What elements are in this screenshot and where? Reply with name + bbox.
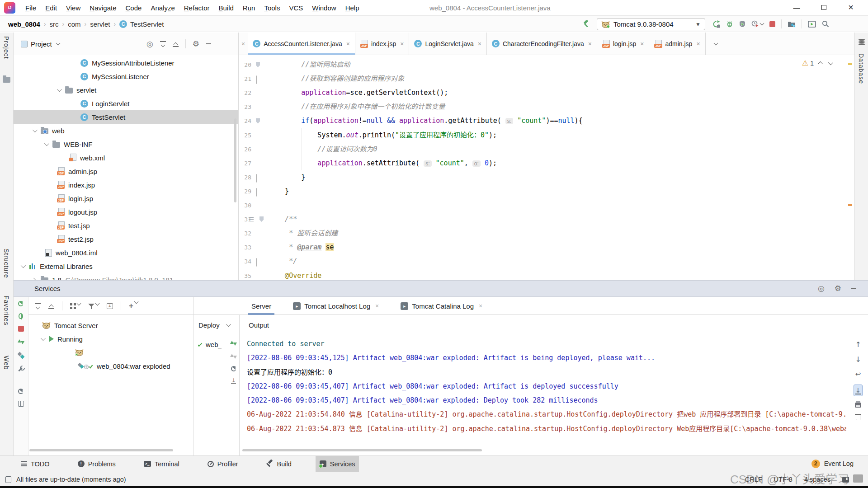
fold-closed-icon[interactable] <box>256 258 257 267</box>
stop-icon[interactable] <box>769 21 775 27</box>
clear-icon[interactable] <box>856 415 860 420</box>
soft-wrap-icon[interactable] <box>855 370 861 378</box>
stripe-project-button[interactable]: Project <box>3 36 10 59</box>
deploy-all-icon[interactable] <box>18 338 24 345</box>
project-tree-item[interactable]: index.jsp <box>14 178 238 192</box>
toolwindow-button-todo[interactable]: TODO <box>17 456 54 472</box>
project-tree-item[interactable]: CTestServlet <box>14 110 238 124</box>
update-application-icon[interactable] <box>231 378 236 384</box>
editor-tab[interactable]: CCharacterEncodingFilter.java× <box>487 33 597 55</box>
deploy-icon[interactable] <box>230 340 237 347</box>
chevron-down-icon[interactable] <box>57 87 62 92</box>
project-tree-item[interactable]: CMySessionListener <box>14 70 238 83</box>
layout-icon[interactable] <box>18 401 24 407</box>
breadcrumb-item[interactable]: com <box>68 20 80 28</box>
close-icon[interactable]: × <box>346 40 350 47</box>
toolwindow-button-profiler[interactable]: Profiler <box>203 456 242 472</box>
chevron-down-icon[interactable] <box>21 263 26 268</box>
toolwindow-button-terminal[interactable]: Terminal <box>140 456 184 472</box>
services-tab[interactable]: Tomcat Localhost Log× <box>288 297 384 315</box>
services-tree[interactable]: Tomcat ServerRunningTomcat 9.0.38-0804[l… <box>28 315 193 455</box>
project-tree-item[interactable]: admin.jsp <box>14 164 238 178</box>
menu-item-navigate[interactable]: Navigate <box>85 0 121 16</box>
target-icon[interactable] <box>146 39 153 49</box>
build-hammer-icon[interactable] <box>582 20 590 28</box>
chevron-down-icon[interactable] <box>56 41 60 46</box>
editor-tab[interactable]: CAccessCounterListener.java× <box>248 33 355 55</box>
project-panel-title[interactable]: Project <box>31 40 52 48</box>
project-tree-item[interactable]: test2.jsp <box>14 232 238 246</box>
stop-icon[interactable] <box>18 326 24 332</box>
breadcrumb-item[interactable]: servlet <box>90 20 110 28</box>
expand-all-icon[interactable] <box>160 41 166 47</box>
menu-item-refactor[interactable]: Refactor <box>179 0 214 16</box>
fold-closed-icon[interactable] <box>256 75 257 84</box>
rerun-icon[interactable] <box>18 301 24 306</box>
maximize-window-icon[interactable] <box>810 0 837 16</box>
project-tree-item[interactable]: login.jsp <box>14 192 238 205</box>
menu-item-vcs[interactable]: VCS <box>284 0 307 16</box>
group-by-button[interactable] <box>70 303 80 309</box>
menu-item-build[interactable]: Build <box>214 0 238 16</box>
menu-item-help[interactable]: Help <box>341 0 364 16</box>
close-icon[interactable]: × <box>640 40 644 47</box>
target-icon[interactable] <box>818 284 825 293</box>
breadcrumb-item[interactable]: TestServlet <box>130 20 164 28</box>
rerun-nav-icon[interactable] <box>712 20 720 28</box>
refresh-icon[interactable] <box>18 389 24 394</box>
refresh-icon[interactable] <box>231 366 236 371</box>
project-tree-item[interactable]: logout.jsp <box>14 205 238 219</box>
services-tree-hscrollbar[interactable] <box>29 449 173 451</box>
project-tree[interactable]: CMySessionAttributeListenerCMySessionLis… <box>14 55 238 280</box>
menu-item-analyze[interactable]: Analyze <box>146 0 179 16</box>
chevron-down-icon[interactable] <box>41 336 46 341</box>
services-tree-item[interactable]: Tomcat Server <box>28 319 193 332</box>
collapse-all-icon[interactable] <box>48 303 54 309</box>
artifact-icon[interactable] <box>18 352 24 359</box>
gear-icon[interactable] <box>835 284 841 293</box>
hide-panel-icon[interactable] <box>206 43 211 44</box>
toolwindow-button-problems[interactable]: Problems <box>74 456 120 472</box>
project-tree-item[interactable]: 1.8C:\Program Files\Java\jdk1.8.0_181 <box>14 273 238 280</box>
services-tab[interactable]: Server <box>246 297 276 315</box>
project-structure-icon[interactable] <box>788 20 796 28</box>
hammer-green-icon[interactable] <box>582 20 590 28</box>
breadcrumb-item[interactable]: src <box>50 20 59 28</box>
services-tree-item[interactable]: Running <box>28 332 193 346</box>
services-tree-item[interactable]: web_0804:war exploded <box>28 359 193 373</box>
project-tree-item[interactable]: test.jsp <box>14 219 238 232</box>
expand-all-icon[interactable] <box>35 303 41 309</box>
chevron-down-icon[interactable] <box>33 127 38 132</box>
run-window-icon[interactable] <box>808 21 816 28</box>
frame-add-icon[interactable] <box>107 303 113 309</box>
scroll-to-end-button[interactable] <box>854 385 863 396</box>
deploy-item[interactable]: web_0804:war exploded <box>198 341 222 348</box>
chevron-down-icon[interactable] <box>67 349 72 354</box>
stripe-favorites-button[interactable]: Favorites <box>3 296 10 326</box>
add-service-button[interactable] <box>129 301 138 310</box>
scrolled-tab-close-icon[interactable]: × <box>239 33 248 55</box>
close-window-icon[interactable]: × <box>837 0 864 16</box>
project-tree-item[interactable]: External Libraries <box>14 259 238 273</box>
menu-item-window[interactable]: Window <box>307 0 340 16</box>
event-log-button[interactable]: 2 Event Log <box>811 455 854 472</box>
project-tree-scrollbar[interactable] <box>234 118 236 202</box>
close-icon[interactable]: × <box>479 302 482 310</box>
project-tree-item[interactable]: servlet <box>14 83 238 97</box>
close-icon[interactable]: × <box>375 302 379 310</box>
chevron-down-icon[interactable] <box>226 322 231 327</box>
profiler-button[interactable] <box>751 20 764 28</box>
hide-panel-icon[interactable] <box>851 288 856 289</box>
editor-tab[interactable]: index.jsp× <box>355 33 409 55</box>
toolwindow-button-services[interactable]: Services <box>316 456 359 472</box>
stripe-web-button[interactable]: Web <box>3 356 10 370</box>
fold-open-icon[interactable] <box>256 62 260 67</box>
comment-marker-icon[interactable] <box>249 217 254 221</box>
search-everywhere-icon[interactable] <box>822 20 829 28</box>
previous-warning-icon[interactable] <box>818 61 823 66</box>
project-tree-item[interactable]: CLoginServlet <box>14 97 238 110</box>
print-icon[interactable] <box>855 403 861 408</box>
menu-item-code[interactable]: Code <box>121 0 146 16</box>
folder-icon[interactable] <box>3 77 10 83</box>
stripe-database-button[interactable]: Database <box>858 53 865 84</box>
